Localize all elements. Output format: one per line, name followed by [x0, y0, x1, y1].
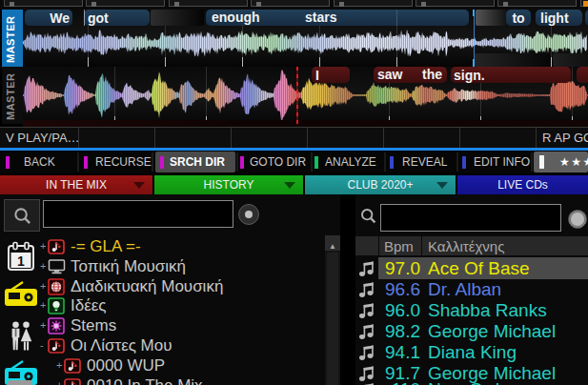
svg-text:1: 1: [17, 253, 25, 269]
